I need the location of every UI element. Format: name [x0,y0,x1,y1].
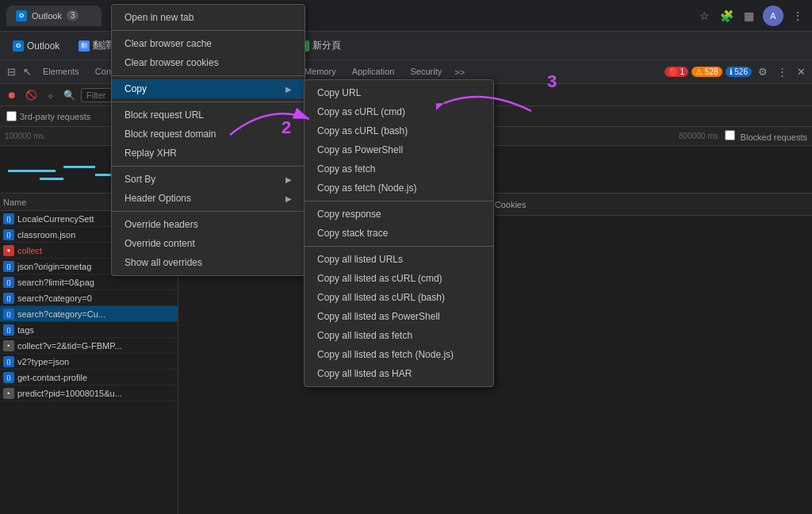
star-icon[interactable]: ☆ [696,8,712,24]
ctx-override-content[interactable]: Override content [112,234,304,253]
profile-avatar[interactable]: A [763,6,783,26]
ctx-sort-by-label: Sort By [124,174,155,185]
context-menu-inner: Copy URL Copy as cURL (cmd) Copy as cURL… [304,79,494,387]
ctx-copy-all-har[interactable]: Copy all listed as HAR [304,364,493,383]
record-icon[interactable]: ⏺ [5,88,19,102]
blocked-requests-checkbox[interactable] [725,130,735,140]
request-icon: {} [3,324,14,336]
request-name: v2?type=json [17,357,174,366]
list-item[interactable]: {} search?limit=0&pag [0,274,178,290]
devtools-close-icon[interactable]: ✕ [793,64,809,80]
tab-outlook[interactable]: O Outlook 3 [6,6,102,26]
browser-tabs: O Outlook 3 [6,6,691,26]
list-item[interactable]: {} v2?type=json [0,354,178,370]
request-name: collect?v=2&tid=G-FBMP... [17,341,174,351]
request-name: predict?pid=10008015&u... [17,389,174,398]
request-name: search?limit=0&pag [17,278,174,287]
warn-badge: ⚠ 528 [691,67,722,77]
list-item-selected[interactable]: {} search?category=Cu... [0,306,178,322]
ctx-copy[interactable]: Copy ▶ [112,79,304,98]
list-item[interactable]: ▪ predict?pid=10008015&u... [0,386,178,401]
ctx-block-url[interactable]: Block request URL [112,105,304,125]
more-tabs-icon[interactable]: >> [450,64,469,80]
devtools-more-icon[interactable]: ⋮ [774,64,790,80]
error-badge: 🔴 1 [665,67,688,77]
ctx-clear-cache[interactable]: Clear browser cache [112,34,304,53]
timeline-bar-1 [8,170,56,172]
ctx-copy-label: Copy [124,83,147,94]
ctx-header-options-label: Header Options [124,193,191,204]
ctx-sep-4 [112,166,304,167]
info-badge: ℹ 526 [726,67,752,77]
devtools-controls: 🔴 1 ⚠ 528 ℹ 526 ⚙ ⋮ ✕ [665,64,809,80]
search-icon[interactable]: 🔍 [62,88,76,102]
timeline-bar-3 [40,178,63,180]
ctx-sep-5 [112,211,304,212]
cast-icon[interactable]: ▦ [741,8,756,24]
filter-toggle-icon[interactable]: ⬦ [43,88,57,102]
extensions-icon[interactable]: 🧩 [718,8,734,24]
outlook-bookmark-icon: O [13,40,24,52]
browser-controls: ☆ 🧩 ▦ A ⋮ [696,6,806,26]
devtools-settings-icon[interactable]: ⚙ [755,64,771,80]
ctx-clear-cookies[interactable]: Clear browser cookies [112,53,304,72]
ctx-copy-all-curl-cmd[interactable]: Copy all listed as cURL (cmd) [304,269,493,288]
bookmark-newtab-label: 新分頁 [312,39,341,52]
ctx-copy-curl-cmd[interactable]: Copy as cURL (cmd) [304,102,493,121]
request-icon: {} [3,372,14,383]
ctx-sort-by[interactable]: Sort By ▶ [112,170,304,189]
request-name: get-contact-profile [17,373,174,382]
devtools-dock-icon[interactable]: ⊟ [3,64,19,80]
ctx-header-options[interactable]: Header Options ▶ [112,189,304,208]
outlook-icon: O [16,10,27,21]
third-party-checkbox[interactable]: 3rd-party requests [6,111,90,121]
list-item[interactable]: {} search?category=0 [0,290,178,306]
tab-application[interactable]: Application [344,63,403,81]
devtools-inspect-icon[interactable]: ↖ [19,64,35,80]
ctx-sep-2 [112,75,304,76]
ctx-copy-url[interactable]: Copy URL [304,83,493,102]
ctx-inner-sep-1 [304,201,493,201]
request-icon: ● [3,245,14,256]
request-icon: ▪ [3,388,14,399]
ctx-copy-all-fetch[interactable]: Copy all listed as fetch [304,326,493,345]
ctx-copy-powershell[interactable]: Copy as PowerShell [304,140,493,159]
ctx-copy-curl-bash[interactable]: Copy as cURL (bash) [304,121,493,140]
tab-security[interactable]: Security [402,63,450,81]
col-name: Name [3,198,26,207]
timeline-bar-2 [63,166,95,168]
ctx-copy-all-curl-bash[interactable]: Copy all listed as cURL (bash) [304,288,493,307]
ctx-copy-arrow: ▶ [285,85,292,94]
list-item[interactable]: {} tags [0,322,178,338]
ctx-copy-fetch-nodejs[interactable]: Copy as fetch (Node.js) [304,178,493,198]
request-icon: {} [3,309,14,320]
tab-elements[interactable]: Elements [35,63,87,81]
ctx-copy-all-urls[interactable]: Copy all listed URLs [304,250,493,269]
ctx-sep-3 [112,102,304,102]
ctx-override-headers[interactable]: Override headers [112,215,304,234]
list-item[interactable]: ▪ collect?v=2&tid=G-FBMP... [0,338,178,354]
request-icon: {} [3,277,14,288]
ctx-block-domain[interactable]: Block request domain [112,125,304,144]
blocked-requests-label: Blocked requests [725,130,807,142]
tab-outlook-label: Outlook [32,11,62,21]
ctx-sort-by-arrow: ▶ [285,175,292,184]
ctx-inner-sep-2 [304,246,493,247]
ctx-copy-stack-trace[interactable]: Copy stack trace [304,224,493,243]
clear-icon[interactable]: 🚫 [24,88,38,102]
ctx-copy-all-powershell[interactable]: Copy all listed as PowerShell [304,307,493,326]
timeline-ms-label: 100000 ms [5,132,44,140]
ctx-show-all-overrides[interactable]: Show all overrides [112,253,304,272]
ctx-copy-all-fetch-nodejs[interactable]: Copy all listed as fetch (Node.js) [304,345,493,364]
ctx-copy-response[interactable]: Copy response [304,205,493,224]
request-icon: {} [3,229,14,240]
ctx-copy-fetch[interactable]: Copy as fetch [304,159,493,178]
menu-icon[interactable]: ⋮ [790,8,806,24]
ctx-sep-1 [112,30,304,31]
request-icon: {} [3,356,14,367]
list-item[interactable]: {} get-contact-profile [0,370,178,386]
ctx-replay-xhr[interactable]: Replay XHR [112,144,304,163]
request-icon: ▪ [3,340,14,351]
ctx-open-new-tab[interactable]: Open in new tab [112,8,304,27]
bookmark-outlook[interactable]: O Outlook [6,38,66,54]
